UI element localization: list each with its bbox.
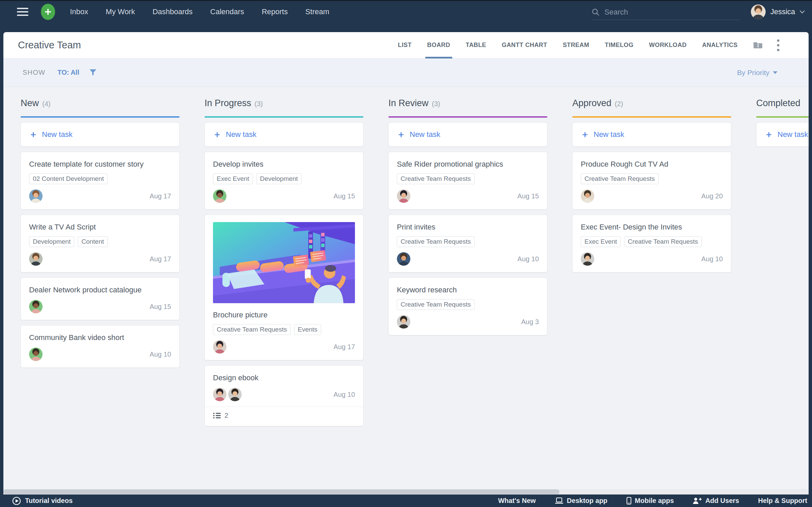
plus-icon (582, 131, 588, 138)
tab-workload[interactable]: WORKLOAD (649, 32, 687, 58)
horizontal-scrollbar[interactable] (3, 489, 809, 494)
task-card-create-template-for-customer-story[interactable]: Create template for customer story02 Con… (21, 152, 180, 210)
user-menu[interactable]: Jessica (751, 1, 805, 23)
task-title: Produce Rough Cut TV Ad (581, 159, 723, 169)
task-card-exec-event-design-the-invites[interactable]: Exec Event- Design the InvitesExec Event… (572, 215, 731, 272)
nav-my-work[interactable]: My Work (106, 7, 135, 16)
column-title: In Progress (205, 98, 251, 108)
due-date: Aug 15 (518, 192, 539, 200)
task-tag-exec-event[interactable]: Exec Event (213, 173, 253, 184)
desktop-app-link[interactable]: Desktop app (555, 497, 607, 505)
column-title: Completed (756, 98, 801, 108)
task-card-produce-rough-cut-tv-ad[interactable]: Produce Rough Cut TV AdCreative Team Req… (572, 152, 731, 210)
task-title: Write a TV Ad Script (29, 222, 171, 232)
scrollbar-thumb[interactable] (3, 489, 559, 494)
task-card-write-a-tv-ad-script[interactable]: Write a TV Ad ScriptDevelopmentContentAu… (21, 215, 180, 272)
new-task-button[interactable]: New task (388, 122, 547, 147)
view-tabs: LISTBOARDTABLEGANTT CHARTSTREAMTIMELOGWO… (398, 32, 738, 58)
nav-reports[interactable]: Reports (262, 7, 288, 16)
task-card-develop-invites[interactable]: Develop invitesExec EventDevelopmentAug … (205, 152, 363, 210)
new-task-button[interactable]: New task (21, 122, 180, 147)
task-tag-exec-event[interactable]: Exec Event (581, 236, 621, 247)
tutorial-videos-link[interactable]: Tutorial videos (12, 497, 73, 505)
filter-to-all[interactable]: TO: All (57, 69, 79, 76)
tab-analytics[interactable]: ANALYTICS (702, 32, 738, 58)
column-accent-bar (572, 116, 731, 118)
nav-calendars[interactable]: Calendars (210, 7, 244, 16)
column-title: In Review (388, 98, 429, 108)
tab-board[interactable]: BOARD (427, 32, 450, 58)
task-tag-development[interactable]: Development (256, 173, 302, 184)
task-title: Develop invites (213, 159, 355, 169)
task-title: Create template for customer story (29, 159, 171, 169)
tag-row: DevelopmentContent (29, 236, 171, 247)
task-tag-creative-team-requests[interactable]: Creative Team Requests (581, 173, 659, 184)
task-footer: Aug 17 (29, 189, 171, 203)
task-tag-creative-team-requests[interactable]: Creative Team Requests (624, 236, 702, 247)
sort-by-priority[interactable]: By Priority (737, 69, 778, 77)
folder-info-icon[interactable] (753, 42, 763, 49)
hamburger-menu-icon[interactable] (17, 8, 28, 16)
task-card-dealer-network-product-catalogue[interactable]: Dealer Network product catalogueAug 15 (21, 277, 180, 320)
task-tag-creative-team-requests[interactable]: Creative Team Requests (213, 324, 291, 335)
column-accent-bar (388, 116, 547, 118)
card-list: Produce Rough Cut TV AdCreative Team Req… (572, 152, 731, 272)
avatar-woman-blue (29, 189, 43, 203)
show-label: SHOW (23, 69, 45, 76)
new-task-label: New task (226, 130, 256, 139)
task-card-safe-rider-promotional-graphics[interactable]: Safe Rider promotional graphicsCreative … (388, 152, 547, 210)
kebab-menu-icon[interactable] (777, 39, 780, 51)
create-new-button[interactable] (41, 4, 55, 20)
tag-row: Exec EventCreative Team Requests (581, 236, 723, 247)
tag-row: Creative Team Requests (397, 236, 539, 247)
task-tag-content[interactable]: Content (78, 236, 108, 247)
column-accent-bar (205, 116, 363, 118)
task-tag-events[interactable]: Events (294, 324, 321, 335)
avatar-woman-darkhair (397, 189, 410, 203)
task-title: Brochure picture (213, 310, 355, 320)
search-input[interactable]: Search (592, 4, 740, 20)
tab-table[interactable]: TABLE (466, 32, 486, 58)
nav-inbox[interactable]: Inbox (70, 7, 88, 16)
new-task-button[interactable]: New task (205, 122, 363, 147)
tab-stream[interactable]: STREAM (563, 32, 589, 58)
task-footer: Aug 10 (397, 252, 539, 266)
assignee-avatars (397, 252, 410, 266)
task-tag-02-content-development[interactable]: 02 Content Development (29, 173, 108, 184)
active-tab-underline (425, 57, 452, 58)
new-task-button[interactable]: New task (756, 122, 809, 147)
help-support-link[interactable]: Help & Support (758, 497, 807, 505)
task-card-keyword-research[interactable]: Keyword researchCreative Team RequestsAu… (388, 277, 547, 335)
task-card-design-ebook[interactable]: Design ebookAug 102 (205, 365, 363, 426)
tab-gantt-chart[interactable]: GANTT CHART (502, 32, 547, 58)
avatar-man-blue (397, 252, 410, 266)
task-tag-development[interactable]: Development (29, 236, 74, 247)
mobile-apps-link[interactable]: Mobile apps (626, 497, 674, 505)
task-card-print-invites[interactable]: Print invitesCreative Team RequestsAug 1… (388, 215, 547, 272)
task-tag-creative-team-requests[interactable]: Creative Team Requests (397, 299, 475, 310)
assignee-avatars (397, 189, 410, 203)
task-footer: Aug 17 (213, 340, 355, 354)
task-card-community-bank-video-short[interactable]: Community Bank video shortAug 10 (21, 325, 180, 368)
column-header: New(4) (21, 98, 180, 111)
task-tag-creative-team-requests[interactable]: Creative Team Requests (397, 173, 475, 184)
tab-timelog[interactable]: TIMELOG (605, 32, 634, 58)
card-image-brochure-illustration (213, 222, 355, 303)
due-date: Aug 15 (334, 192, 355, 200)
nav-dashboards[interactable]: Dashboards (152, 7, 193, 16)
new-task-button[interactable]: New task (572, 122, 731, 147)
board-column-completed: CompletedNew task (756, 98, 809, 489)
task-footer: Aug 10 (581, 252, 723, 266)
task-title: Community Bank video short (29, 333, 171, 342)
subtask-row: 2 (213, 407, 355, 419)
tab-list[interactable]: LIST (398, 32, 412, 58)
whats-new-link[interactable]: What's New (498, 497, 535, 505)
add-users-link[interactable]: Add Users (693, 497, 739, 505)
task-tag-creative-team-requests[interactable]: Creative Team Requests (397, 236, 475, 247)
filter-icon[interactable] (89, 69, 97, 76)
nav-stream[interactable]: Stream (305, 7, 329, 16)
column-count: (4) (42, 100, 50, 108)
board-column-approved: Approved(2)New taskProduce Rough Cut TV … (572, 98, 731, 489)
task-card-brochure-picture[interactable]: Brochure pictureCreative Team RequestsEv… (205, 215, 363, 360)
main-nav: Inbox My Work Dashboards Calendars Repor… (70, 7, 329, 16)
